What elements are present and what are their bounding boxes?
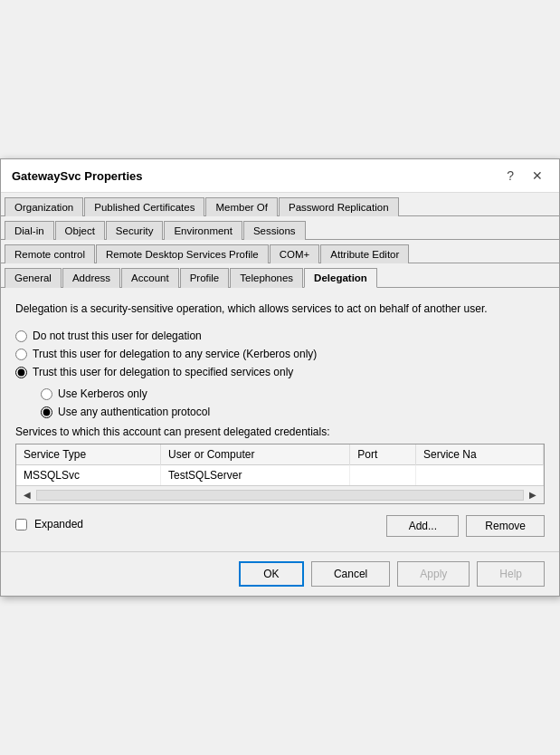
tab-security[interactable]: Security — [106, 221, 164, 240]
dialog-window: GatewaySvc Properties ? ✕ Organization P… — [0, 158, 560, 597]
apply-button[interactable]: Apply — [397, 561, 470, 587]
tab-sessions[interactable]: Sessions — [243, 221, 306, 240]
radio-specified-services[interactable]: Trust this user for delegation to specif… — [15, 366, 545, 378]
expanded-row: Expanded Add... Remove — [15, 511, 545, 537]
col-service-name: Service Na — [415, 444, 543, 465]
services-table-wrapper: Service Type User or Computer Port Servi… — [15, 444, 545, 504]
close-button[interactable]: ✕ — [527, 167, 548, 185]
col-port: Port — [350, 444, 416, 465]
tab-com[interactable]: COM+ — [270, 244, 320, 263]
add-button[interactable]: Add... — [386, 515, 459, 537]
radio-kerberos-input[interactable] — [41, 388, 52, 400]
radio-specified-label: Trust this user for delegation to specif… — [33, 366, 293, 378]
help-button[interactable]: ? — [501, 167, 519, 185]
tab-attribute-editor[interactable]: Attribute Editor — [320, 244, 409, 263]
radio-no-trust[interactable]: Do not trust this user for delegation — [15, 330, 545, 342]
tab-row-3: Remote control Remote Desktop Services P… — [1, 240, 559, 263]
ok-button[interactable]: OK — [239, 561, 304, 587]
tab-member-of[interactable]: Member Of — [205, 197, 278, 216]
tab-dial-in[interactable]: Dial-in — [5, 221, 54, 240]
col-user-computer: User or Computer — [161, 444, 350, 465]
tab-password-replication[interactable]: Password Replication — [279, 197, 399, 216]
cell-service-type: MSSQLSvc — [16, 465, 161, 486]
cell-port — [350, 465, 416, 486]
footer: OK Cancel Apply Help — [1, 551, 559, 596]
services-table: Service Type User or Computer Port Servi… — [16, 444, 544, 485]
radio-any-auth-label: Use any authentication protocol — [58, 406, 210, 418]
table-container[interactable]: Service Type User or Computer Port Servi… — [16, 444, 544, 485]
radio-no-trust-input[interactable] — [15, 330, 27, 342]
tab-object[interactable]: Object — [55, 221, 105, 240]
expanded-checkbox[interactable] — [15, 519, 27, 530]
tab-address[interactable]: Address — [62, 268, 120, 288]
title-bar-controls: ? ✕ — [501, 167, 548, 185]
radio-any-service-input[interactable] — [15, 349, 27, 360]
radio-specified-input[interactable] — [15, 367, 27, 378]
cell-service-name — [415, 465, 543, 486]
services-label: Services to which this account can prese… — [15, 425, 545, 438]
radio-any-auth-input[interactable] — [41, 406, 52, 418]
title-bar: GatewaySvc Properties ? ✕ — [1, 159, 559, 193]
tab-row-2: Dial-in Object Security Environment Sess… — [1, 216, 559, 240]
scroll-track[interactable] — [36, 490, 524, 501]
tab-general[interactable]: General — [5, 268, 62, 288]
tab-environment[interactable]: Environment — [164, 221, 242, 240]
radio-kerberos-label: Use Kerberos only — [58, 387, 147, 400]
cancel-button[interactable]: Cancel — [311, 561, 390, 587]
scroll-right-arrow[interactable]: ▶ — [526, 488, 540, 502]
tab-row-1: Organization Published Certificates Memb… — [1, 193, 559, 216]
radio-no-trust-label: Do not trust this user for delegation — [33, 330, 202, 342]
radio-group-trust: Do not trust this user for delegation Tr… — [15, 330, 545, 378]
radio-kerberos-only[interactable]: Use Kerberos only — [41, 387, 545, 400]
radio-any-service-label: Trust this user for delegation to any se… — [33, 348, 317, 360]
action-buttons: Add... Remove — [386, 515, 545, 537]
tab-account[interactable]: Account — [121, 268, 179, 288]
table-row[interactable]: MSSQLSvc TestSQLServer — [16, 465, 544, 486]
tab-delegation[interactable]: Delegation — [304, 268, 377, 288]
tab-profile[interactable]: Profile — [180, 268, 230, 288]
radio-any-service[interactable]: Trust this user for delegation to any se… — [15, 348, 545, 360]
sub-radio-group: Use Kerberos only Use any authentication… — [15, 387, 545, 418]
table-header-row: Service Type User or Computer Port Servi… — [16, 444, 544, 465]
tab-rdp[interactable]: Remote Desktop Services Profile — [96, 244, 269, 263]
tabs-container: Organization Published Certificates Memb… — [1, 193, 559, 288]
tab-content-delegation: Delegation is a security-sensitive opera… — [1, 288, 559, 551]
col-service-type: Service Type — [16, 444, 161, 465]
horizontal-scrollbar[interactable]: ◀ ▶ — [16, 485, 544, 503]
tab-row-4: General Address Account Profile Telephon… — [1, 263, 559, 288]
table-body: MSSQLSvc TestSQLServer — [16, 465, 544, 486]
tab-published-certs[interactable]: Published Certificates — [84, 197, 204, 216]
help-footer-button[interactable]: Help — [477, 561, 545, 587]
expanded-label: Expanded — [34, 518, 83, 530]
tab-organization[interactable]: Organization — [5, 197, 83, 216]
remove-button[interactable]: Remove — [466, 515, 545, 537]
tab-telephones[interactable]: Telephones — [230, 268, 303, 288]
window-title: GatewaySvc Properties — [12, 169, 143, 183]
tab-remote-control[interactable]: Remote control — [5, 244, 95, 263]
radio-any-auth[interactable]: Use any authentication protocol — [41, 406, 545, 418]
cell-user-computer: TestSQLServer — [161, 465, 350, 486]
scroll-left-arrow[interactable]: ◀ — [20, 488, 34, 502]
description-text: Delegation is a security-sensitive opera… — [15, 301, 545, 317]
